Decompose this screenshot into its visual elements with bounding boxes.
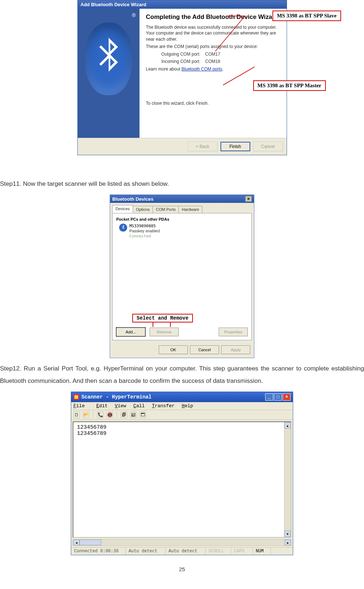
- status-connected: Connected 0:00:36: [71, 548, 126, 555]
- minimize-button[interactable]: _: [265, 393, 273, 401]
- callout-master: MS 3398 as BT SPP Master: [253, 80, 326, 91]
- tab-comports[interactable]: COM Ports: [153, 206, 179, 214]
- callout-sr-line1: [153, 322, 153, 327]
- device-entry[interactable]: MS339890885 Passkey enabled Connected: [119, 224, 248, 239]
- status-auto1: Auto detect: [126, 548, 166, 555]
- callout-slave-line: [227, 16, 246, 16]
- scroll-right-icon[interactable]: ▸: [284, 540, 291, 545]
- step11-text: Step11. Now the target scanner will be l…: [0, 178, 364, 190]
- send-icon[interactable]: 🗐: [121, 412, 127, 418]
- wizard-titlebar: Add Bluetooth Device Wizard: [78, 0, 287, 9]
- menu-view[interactable]: View: [115, 403, 126, 409]
- tab-options[interactable]: Options: [133, 206, 153, 214]
- call-icon[interactable]: 📞: [97, 412, 104, 418]
- scroll-up-icon[interactable]: ▴: [284, 422, 291, 429]
- callout-sr-line2: [170, 322, 171, 327]
- hyperterminal-icon: [73, 394, 79, 400]
- status-scroll: SCROLL: [206, 548, 231, 555]
- receive-icon[interactable]: 🗟: [130, 412, 137, 418]
- open-icon[interactable]: 📂: [83, 412, 89, 418]
- properties-button[interactable]: Properties: [219, 328, 248, 336]
- learn-more-prefix: Learn more about: [146, 67, 182, 72]
- device-connected-status: Connected: [129, 234, 160, 239]
- back-button[interactable]: < Back: [188, 142, 218, 151]
- callout-slave: MS 3398 as BT SPP Slave: [272, 11, 341, 21]
- menu-help[interactable]: Help: [182, 403, 193, 409]
- menu-transfer[interactable]: Transfer: [152, 403, 174, 409]
- incoming-com-value: COM18: [205, 59, 220, 64]
- scroll-left-icon[interactable]: ◂: [73, 540, 80, 545]
- ht-menubar: File Edit View Call Transfer Help: [71, 402, 293, 410]
- status-num: NUM: [253, 548, 271, 555]
- apply-button[interactable]: Apply: [221, 345, 250, 354]
- btdev-titlebar: Bluetooth Devices ×: [110, 195, 254, 203]
- wizard-comports-intro: These are the COM (serial) ports assigne…: [146, 44, 280, 49]
- remove-button[interactable]: Remove: [150, 328, 179, 336]
- toolbar-separator: [117, 411, 117, 418]
- ht-titlebar: Scanner - HyperTerminal _ □ ×: [71, 392, 293, 402]
- finish-button[interactable]: Finish: [221, 142, 250, 151]
- bluetooth-logo-icon: [85, 23, 132, 95]
- horizontal-scrollbar[interactable]: ◂ ▸: [73, 539, 291, 546]
- incoming-com-row: Incoming COM port: COM18: [146, 59, 280, 64]
- cancel-button[interactable]: Cancel: [253, 142, 283, 151]
- hscroll-track[interactable]: [80, 540, 284, 545]
- terminal-output: 123456789 123456789: [73, 422, 284, 537]
- wizard-success-text: The Bluetooth device was successfully co…: [146, 24, 280, 42]
- hscroll-thumb[interactable]: [80, 540, 101, 545]
- incoming-com-label: Incoming COM port:: [146, 59, 204, 64]
- device-passkey-status: Passkey enabled: [129, 229, 160, 234]
- page-number: 25: [0, 566, 364, 580]
- maximize-button[interactable]: □: [274, 393, 282, 401]
- bluetooth-devices-window: Bluetooth Devices × Devices Options COM …: [110, 195, 254, 358]
- add-button[interactable]: Add...: [116, 328, 145, 336]
- status-auto2: Auto detect: [166, 548, 206, 555]
- status-caps: CAPS: [231, 548, 253, 555]
- close-button[interactable]: ×: [283, 393, 291, 401]
- new-icon[interactable]: 🗋: [73, 412, 80, 418]
- ht-toolbar: 🗋 📂 📞 📵 🗐 🗟 🗔: [71, 410, 293, 420]
- properties-icon[interactable]: 🗔: [139, 412, 146, 418]
- learn-more-line: Learn more about Bluetooth COM ports.: [146, 66, 280, 72]
- menu-edit[interactable]: Edit: [96, 403, 108, 409]
- hyperterminal-window: Scanner - HyperTerminal _ □ × File Edit …: [71, 392, 293, 555]
- bluetooth-icon: [119, 224, 127, 232]
- close-icon[interactable]: ×: [245, 196, 252, 202]
- toolbar-separator: [93, 411, 93, 418]
- ht-title-text: Scanner - HyperTerminal: [81, 394, 151, 400]
- ok-button[interactable]: OK: [159, 345, 188, 354]
- outgoing-com-label: Outgoing COM port:: [146, 52, 204, 57]
- disconnect-icon[interactable]: 📵: [106, 412, 113, 418]
- bluetooth-com-ports-link[interactable]: Bluetooth COM ports: [182, 67, 222, 72]
- vscroll-track[interactable]: [284, 429, 291, 530]
- cancel-button[interactable]: Cancel: [190, 345, 219, 354]
- callout-select-remove: Select and Remove: [132, 314, 193, 322]
- ht-terminal-area: 123456789 123456789 ▴ ▾: [73, 421, 291, 538]
- menu-file[interactable]: File: [73, 403, 89, 409]
- tab-devices[interactable]: Devices: [112, 205, 133, 213]
- tab-hardware[interactable]: Hardware: [178, 206, 202, 214]
- btdev-title-text: Bluetooth Devices: [112, 196, 153, 202]
- ht-statusbar: Connected 0:00:36 Auto detect Auto detec…: [71, 547, 293, 555]
- add-bluetooth-wizard-window: Add Bluetooth Device Wizard ® Completing…: [77, 0, 287, 155]
- step12-text: Step12. Run a Serial Port Tool, e.g. Hyp…: [0, 362, 364, 387]
- wizard-footer: < Back Finish Cancel: [78, 138, 287, 155]
- menu-call[interactable]: Call: [133, 403, 145, 409]
- pda-section-label: Pocket PCs and other PDAs: [116, 217, 248, 221]
- vertical-scrollbar[interactable]: ▴ ▾: [284, 422, 291, 537]
- wizard-sidebar: ®: [78, 9, 139, 138]
- outgoing-com-value: COM17: [205, 52, 220, 57]
- close-wizard-hint: To close this wizard, click Finish.: [146, 100, 280, 106]
- device-name: MS339890885: [129, 224, 160, 229]
- outgoing-com-row: Outgoing COM port: COM17: [146, 52, 280, 57]
- scroll-down-icon[interactable]: ▾: [284, 530, 291, 537]
- registered-mark: ®: [132, 12, 136, 18]
- btdev-tabs: Devices Options COM Ports Hardware: [110, 203, 254, 213]
- btdev-panel: Pocket PCs and other PDAs MS339890885 Pa…: [112, 213, 252, 340]
- wizard-heading: Completing the Add Bluetooth Device Wiza…: [146, 13, 280, 21]
